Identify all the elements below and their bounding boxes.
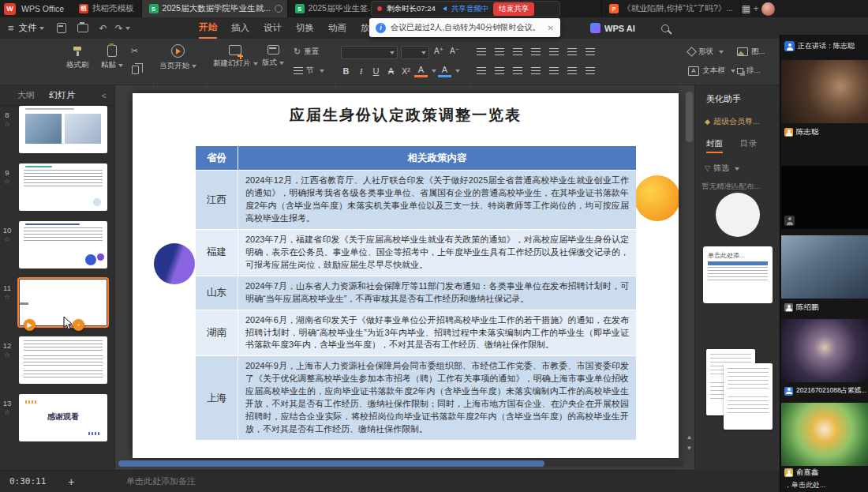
scroll-down-button[interactable]: ▼ — [685, 444, 694, 453]
hamburger-menu-icon[interactable]: ≡ — [8, 22, 14, 34]
tab-animation[interactable]: 动画 — [328, 17, 346, 39]
tab-label: 找稻壳模板 — [92, 3, 134, 14]
align-left-icon[interactable] — [477, 67, 486, 75]
tab-current-presentation[interactable]: S 2025届大数据学院毕业生就... — [142, 0, 288, 17]
decrease-font-button[interactable]: A⁻ — [450, 47, 459, 55]
reset-button[interactable]: ↻ 重置 — [294, 47, 319, 57]
shapes-button[interactable]: 形状 — [688, 47, 724, 57]
sidebar-tabs: 大纲 幻灯片 < — [0, 85, 114, 106]
undo-icon[interactable]: ↶ — [99, 23, 107, 34]
horizontal-scrollbar[interactable] — [118, 460, 683, 467]
bold-button[interactable]: B — [339, 64, 353, 77]
distribute-text-icon[interactable] — [549, 67, 559, 75]
format-painter-button[interactable]: 格式刷 — [66, 45, 89, 70]
increase-font-button[interactable]: A⁺ — [434, 47, 443, 55]
slide-title: 应届生身份认定政策调整一览表 — [133, 105, 679, 126]
align-right-icon[interactable] — [513, 67, 522, 75]
tab-slides[interactable]: 幻灯片 — [49, 89, 75, 101]
slide-thumbnail-12[interactable] — [19, 336, 107, 384]
participant-video[interactable] — [781, 403, 868, 466]
wps-ai-button[interactable]: WPS AI — [590, 17, 635, 39]
account-avatar[interactable] — [761, 2, 775, 16]
thumbnail-decoration — [93, 198, 101, 206]
indent-decrease-icon[interactable] — [513, 48, 522, 56]
superscript-button[interactable]: X² — [399, 64, 413, 77]
slide-decoration-circle — [154, 243, 195, 284]
end-share-button[interactable]: 结束共享 — [493, 2, 534, 16]
slide-thumbnail-13[interactable]: 感谢观看 — [19, 394, 107, 441]
font-color-button[interactable]: A — [414, 64, 428, 77]
underline-button[interactable]: U — [369, 64, 383, 77]
indent-increase-icon[interactable] — [531, 48, 541, 56]
new-slide-button[interactable]: 新建幻灯片 — [213, 45, 258, 69]
save-icon[interactable] — [57, 23, 66, 33]
redo-icon[interactable]: ↷ — [115, 23, 123, 34]
tab-docer-templates[interactable]: 稻 找稻壳模板 — [72, 0, 142, 17]
tab-design[interactable]: 设计 — [264, 17, 282, 39]
shrink-text-icon[interactable] — [567, 67, 577, 75]
highlight-color-button[interactable]: A — [438, 64, 451, 77]
slide-thumbnail-8[interactable] — [19, 106, 107, 153]
picture-button[interactable]: 图... — [737, 47, 765, 57]
tab-toc[interactable]: 目录 — [740, 138, 757, 153]
button-label: 形状 — [698, 47, 713, 57]
participant-video[interactable] — [781, 166, 868, 229]
font-family-select[interactable] — [341, 46, 398, 59]
slide-thumbnail-10[interactable] — [19, 221, 107, 269]
table-row: 上海 2024年9月，上海市人力资源社会保障局会同市委组织部、市经信工作党委、市… — [196, 356, 636, 441]
participant-video[interactable] — [781, 60, 868, 123]
tab-transition[interactable]: 切换 — [296, 17, 314, 39]
text-direction-icon[interactable] — [586, 48, 595, 56]
tab-insert[interactable]: 插入 — [231, 17, 249, 39]
participant-video[interactable] — [781, 235, 868, 299]
layout-suggestion-card[interactable]: 单击此处添... — [703, 246, 773, 303]
participant-badge-icon — [784, 128, 793, 137]
participant-video[interactable] — [781, 319, 868, 382]
slide-layout-button[interactable]: 版式 — [262, 45, 284, 68]
strikethrough-button[interactable]: A — [384, 64, 398, 77]
insert-slide-button[interactable]: + — [73, 319, 84, 331]
slide-number: 9 — [2, 168, 13, 177]
textbox-button[interactable]: A 文本框 — [688, 66, 735, 76]
scroll-up-button[interactable]: ▲ — [685, 433, 694, 441]
font-size-select[interactable] — [401, 46, 429, 59]
vertical-scrollbar[interactable] — [686, 92, 693, 439]
notes-bar[interactable]: 单击此处添加备注 — [115, 470, 694, 492]
file-menu[interactable]: 文件 — [19, 22, 37, 34]
line-spacing-icon[interactable] — [549, 48, 559, 56]
paragraph-settings-icon[interactable] — [586, 67, 595, 75]
align-center-icon[interactable] — [495, 67, 504, 75]
section-button[interactable]: 节 — [294, 66, 324, 76]
apps-grid-icon[interactable]: ▦ — [742, 3, 750, 14]
cut-button[interactable]: ✂ — [131, 46, 138, 56]
slide-thumbnail-9[interactable] — [19, 163, 107, 211]
participant-name: 陈绍鹏 — [796, 302, 819, 313]
tab-other-presentation[interactable]: S 2025届毕业生签... — [288, 0, 383, 17]
vip-promo[interactable]: ◆ 超级会员尊... — [705, 116, 780, 127]
columns-icon[interactable] — [567, 48, 577, 56]
tab-home[interactable]: 开始 — [199, 17, 217, 39]
arrange-button[interactable]: 排... — [737, 66, 760, 76]
align-justify-icon[interactable] — [531, 67, 541, 75]
bullet-list-icon[interactable] — [477, 48, 486, 56]
beautify-task-pane: 美化助手 ◆ 超级会员尊... 封面 目录 ▽ 筛选 暂无精准匹配布... 单击… — [694, 85, 780, 470]
italic-button[interactable]: I — [354, 64, 368, 77]
add-slide-button[interactable]: + — [68, 475, 74, 488]
tab-cover[interactable]: 封面 — [706, 138, 723, 153]
copy-button[interactable] — [132, 66, 139, 74]
paste-button[interactable]: 粘贴 — [101, 45, 123, 70]
button-label: 排... — [746, 66, 760, 76]
play-from-current-button[interactable]: 当页开始 — [159, 44, 196, 71]
banner-close-icon[interactable]: ✕ — [548, 24, 554, 32]
filter-button[interactable]: ▽ 筛选 — [705, 163, 780, 174]
current-slide-canvas[interactable]: 应届生身份认定政策调整一览表 省份 相关政策内容 江西 2024年12月，江西省… — [133, 93, 679, 458]
tab-outline[interactable]: 大纲 — [17, 89, 35, 101]
table-row: 江西 2024年12月，江西省教育厅、人社厅联合印发《关于做好2025届全省普通… — [196, 171, 636, 230]
collapse-panel-icon[interactable]: < — [102, 91, 107, 100]
layout-suggestion-page[interactable] — [724, 363, 773, 430]
numbered-list-icon[interactable] — [495, 48, 504, 56]
print-icon[interactable] — [77, 24, 88, 32]
play-from-slide-button[interactable]: ▶ — [24, 319, 36, 331]
tab-pdf-document[interactable]: P 《就业陷阱,你掉“坑”了吗?》... — [601, 0, 741, 17]
search-icon[interactable] — [661, 24, 669, 32]
